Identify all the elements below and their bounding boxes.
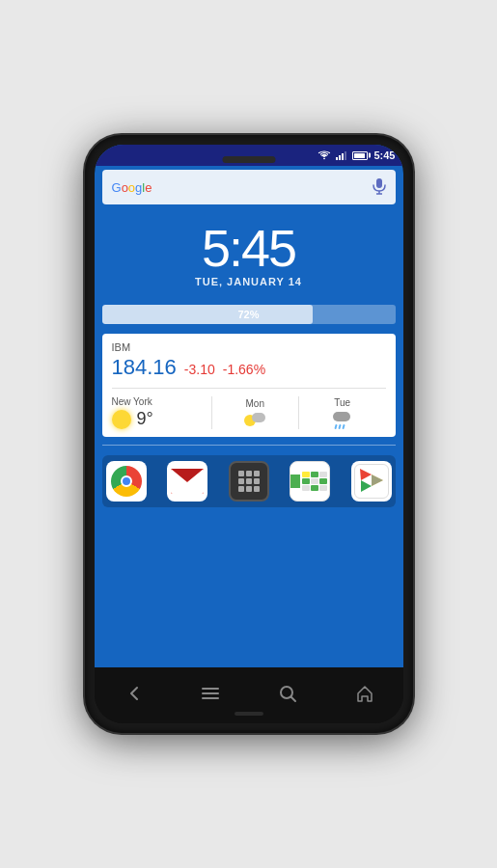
back-button[interactable] [114, 679, 152, 708]
weather-section: New York 9° Mon [112, 388, 386, 429]
clock-hour: 5 [202, 219, 229, 277]
forecast-day-mon: Mon [246, 398, 264, 409]
weather-city: New York [112, 396, 202, 407]
svg-rect-1 [376, 178, 382, 188]
partly-cloudy-icon [244, 413, 265, 428]
mic-icon[interactable] [373, 177, 386, 198]
stock-widget[interactable]: IBM 184.16 -3.10 -1.66% New York 9° [102, 334, 396, 437]
dock [102, 455, 396, 507]
stock-ticker: IBM [112, 341, 386, 353]
weather-main: 9° [112, 409, 202, 429]
clock-colon: : [229, 219, 241, 277]
wifi-icon [318, 150, 331, 160]
clock-minute: 45 [241, 219, 295, 277]
google-logo: Google [112, 180, 152, 195]
rain-icon [333, 412, 352, 429]
status-bar: 5:45 [95, 145, 403, 166]
divider [102, 445, 396, 446]
chrome-app-icon[interactable] [106, 461, 147, 502]
battery-icon [352, 151, 368, 160]
stock-price: 184.16 [112, 355, 177, 380]
home-button[interactable] [345, 679, 384, 708]
stock-change: -3.10 [184, 362, 215, 377]
svg-line-10 [290, 696, 295, 701]
calendar-app-icon[interactable] [290, 461, 330, 502]
phone-inner: 5:45 Google [95, 145, 403, 723]
gmail-app-icon[interactable] [167, 461, 207, 502]
clock-time: 5:45 [95, 222, 403, 274]
sun-icon [112, 410, 131, 429]
status-time: 5:45 [373, 149, 395, 161]
search-button[interactable] [268, 679, 307, 708]
weather-current: New York 9° [112, 396, 212, 429]
apps-grid-icon[interactable] [229, 461, 269, 502]
menu-button[interactable] [191, 679, 230, 708]
weather-forecast-mon: Mon [212, 396, 299, 429]
screen: 5:45 Google [95, 145, 403, 667]
google-search-bar[interactable]: Google [102, 170, 396, 204]
play-store-app-icon[interactable] [351, 461, 392, 502]
svg-point-0 [324, 158, 326, 160]
clock-date: TUE, JANUARY 14 [95, 276, 403, 287]
phone-device: 5:45 Google [85, 135, 413, 733]
status-icons: 5:45 [318, 149, 395, 161]
clock-widget: 5:45 TUE, JANUARY 14 [95, 222, 403, 287]
progress-label: 72% [237, 309, 259, 320]
signal-icon [336, 150, 346, 160]
navigation-bar [95, 667, 403, 723]
stock-row: 184.16 -3.10 -1.66% [112, 355, 386, 380]
progress-fill [102, 305, 314, 324]
forecast-day-tue: Tue [334, 397, 350, 408]
weather-temp: 9° [137, 409, 153, 429]
progress-bar-container: 72% [102, 305, 396, 324]
weather-forecast-tue: Tue [298, 396, 386, 429]
stock-change-pct: -1.66% [223, 362, 265, 377]
